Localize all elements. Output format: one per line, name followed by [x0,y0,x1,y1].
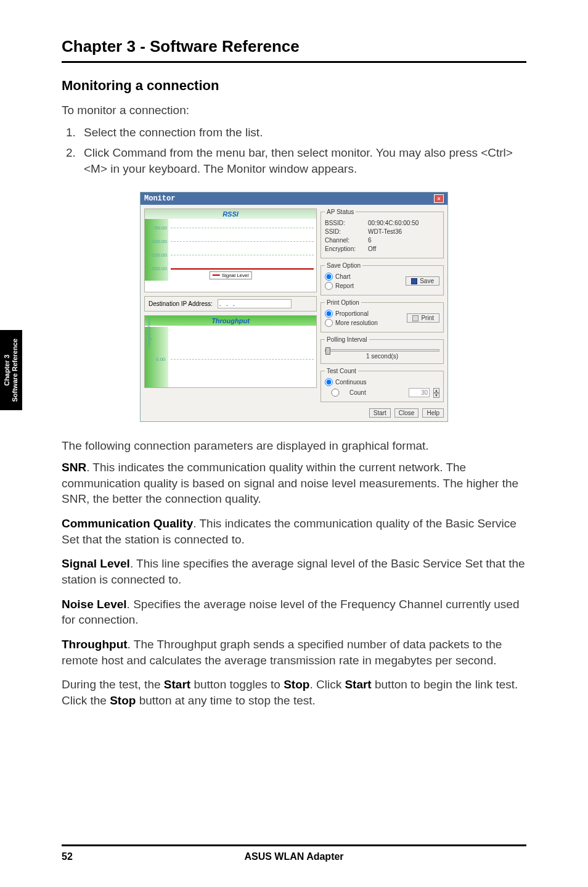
noise-level-paragraph: Noise Level. Specifies the average noise… [62,596,526,628]
polling-slider[interactable] [325,349,439,352]
snr-paragraph: SNR. This indicates the communication qu… [62,460,526,507]
save-option-group: Save Option Chart Report Save [321,262,444,295]
print-proportional-label: Proportional [335,310,369,317]
last-pre: During the test, the [62,678,164,691]
rssi-tick: -200.00 [150,266,167,271]
divider [62,61,526,63]
snr-lead: SNR [62,461,86,474]
list-item: Select the connection from the list. [79,125,526,141]
side-tab-line2: Software Reference [11,339,19,402]
save-button-label: Save [420,278,434,284]
cq-lead: Communication Quality [62,517,193,530]
print-option-legend: Print Option [325,299,361,306]
last-mid2: . Click [309,678,345,691]
save-button[interactable]: Save [406,276,439,286]
dialog-title: Monitor [144,194,175,203]
section-title: Monitoring a connection [62,78,526,94]
destination-row: Destination IP Address: [144,296,317,311]
intro-text: To monitor a connection: [62,102,526,118]
throughput-chart: Throughput megabits/sec 0.00 [144,315,317,388]
count-input[interactable] [409,388,430,397]
last-end: button at any time to stop the test. [136,694,316,707]
last-paragraph: During the test, the Start button toggle… [62,677,526,708]
ssid-value: WDT-Test36 [368,228,402,235]
print-button[interactable]: Print [407,313,439,323]
count-label: Count [349,389,366,396]
save-chart-label: Chart [335,273,350,280]
polling-interval-group: Polling Interval 1 second(s) [321,336,444,364]
communication-quality-paragraph: Communication Quality. This indicates th… [62,516,526,547]
save-report-label: Report [335,283,354,289]
legend-swatch-icon [213,274,220,276]
last-stopbtn: Stop [110,694,136,707]
steps-list: Select the connection from the list. Cli… [62,125,526,177]
ap-status-legend: AP Status [325,208,356,215]
last-start: Start [164,678,190,691]
help-button[interactable]: Help [422,408,444,418]
destination-label: Destination IP Address: [149,300,213,307]
page-number: 52 [62,851,73,862]
throughput-tick: 0.00 [156,357,166,362]
test-count-legend: Test Count [325,368,358,374]
print-more-label: More resolution [335,320,378,326]
print-proportional-radio[interactable] [325,310,333,318]
save-option-legend: Save Option [325,262,362,269]
signal-level-paragraph: Signal Level. This line specifies the av… [62,556,526,587]
bssid-label: BSSID: [325,220,368,226]
rssi-tick: -50.00 [153,225,167,231]
spinner-down-icon[interactable]: ▼ [433,393,439,398]
tp-lead: Throughput [62,638,128,651]
destination-ip-input[interactable] [218,299,292,308]
last-mid1: button toggles to [190,678,284,691]
ssid-label: SSID: [325,228,368,235]
throughput-title: Throughput [145,316,316,326]
print-option-group: Print Option Proportional More resolutio… [321,299,444,332]
channel-label: Channel: [325,237,368,244]
print-button-label: Print [421,315,434,321]
rssi-tick: -100.00 [150,239,167,244]
last-stop: Stop [284,678,309,691]
save-icon [411,278,417,284]
save-chart-radio[interactable] [325,273,333,281]
last-start2: Start [345,678,371,691]
tp-body: . The Throughput graph sends a specified… [62,638,502,667]
rssi-tick: -150.00 [150,252,167,258]
encryption-label: Encryption: [325,245,368,252]
close-button[interactable]: Close [394,408,419,418]
sl-lead: Signal Level [62,557,130,570]
continuous-radio[interactable] [325,378,333,386]
continuous-label: Continuous [335,379,367,386]
rssi-chart: RSSI -50.00 -100.00 -150.00 -200.00 [144,208,317,292]
bssid-value: 00:90:4C:60:00:50 [368,220,419,226]
chapter-title: Chapter 3 - Software Reference [62,37,526,56]
footer: 52 ASUS WLAN Adapter [62,844,526,862]
polling-interval-legend: Polling Interval [325,336,369,343]
ap-status-group: AP Status BSSID:00:90:4C:60:00:50 SSID:W… [321,208,444,258]
count-radio[interactable] [325,389,346,397]
polling-value: 1 second(s) [325,353,439,360]
post-screenshot-text: The following connection parameters are … [62,438,526,454]
encryption-value: Off [368,245,376,252]
monitor-dialog: Monitor ✕ RSSI -50.00 -100.00 -150.00 -2… [140,192,448,422]
slider-thumb-icon[interactable] [325,347,330,355]
nl-lead: Noise Level [62,598,127,611]
side-tab: Chapter 3 Software Reference [0,330,22,410]
nl-body: . Specifies the average noise level of t… [62,598,519,627]
print-more-radio[interactable] [325,319,333,327]
spinner-up-icon[interactable]: ▲ [433,388,439,393]
throughput-paragraph: Throughput. The Throughput graph sends a… [62,637,526,668]
save-report-radio[interactable] [325,282,333,290]
legend-label: Signal Level [222,273,249,278]
dialog-titlebar: Monitor ✕ [141,192,447,205]
close-icon[interactable]: ✕ [434,194,444,203]
rssi-legend: Signal Level [210,271,252,279]
count-spinner[interactable]: ▲▼ [433,388,439,398]
side-tab-line1: Chapter 3 [3,339,11,402]
start-button[interactable]: Start [369,408,391,418]
footer-title: ASUS WLAN Adapter [244,851,343,862]
snr-body: . This indicates the communication quali… [62,461,518,505]
throughput-axis-label: megabits/sec [146,318,152,347]
sl-body: . This line specifies the average signal… [62,557,525,586]
test-count-group: Test Count Continuous Count ▲▼ [321,368,444,402]
channel-value: 6 [368,237,372,244]
